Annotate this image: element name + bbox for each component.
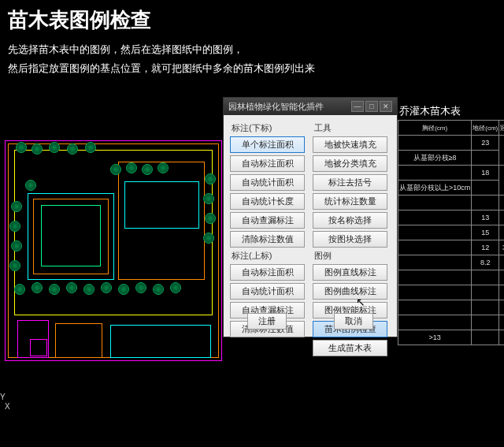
btn-auto-stat-area-2[interactable]: 自动统计面积	[230, 283, 305, 300]
plant-data-table[interactable]: 胸径(cm)地径(cm)冠幅(m)分枝点(m) 235.5<0.5 从基部分枝≥…	[398, 120, 504, 345]
group-label-bottom: 标注(下标)	[232, 122, 308, 134]
btn-ground-class-fill[interactable]: 地被分类填充	[313, 155, 387, 172]
btn-remove-bracket[interactable]: 标注去括号	[313, 174, 387, 191]
btn-legend-curve[interactable]: 图例曲线标注	[313, 283, 387, 300]
y-axis-label: Y	[0, 393, 6, 401]
btn-legend-line[interactable]: 图例直线标注	[313, 264, 387, 281]
group-label-legend: 图例	[314, 250, 391, 262]
subtitle-1: 先选择苗木表中的图例，然后在选择图纸中的图例，	[0, 40, 504, 59]
btn-register[interactable]: 注册	[247, 313, 287, 330]
btn-auto-stat-len[interactable]: 自动统计长度	[230, 193, 305, 210]
btn-select-by-block[interactable]: 按图块选择	[313, 231, 387, 248]
group-label-top: 标注(上标)	[232, 250, 308, 262]
page-title: 苗木表图例检查	[0, 0, 504, 40]
btn-generate-table[interactable]: 生成苗木表	[313, 340, 387, 356]
btn-auto-area-2[interactable]: 自动标注面积	[230, 264, 305, 281]
btn-ground-fast-fill[interactable]: 地被快速填充	[313, 136, 387, 153]
group-label-tools: 工具	[314, 122, 391, 134]
minimize-icon[interactable]: —	[351, 101, 364, 112]
x-axis-label: X	[5, 402, 10, 411]
btn-auto-check-miss[interactable]: 自动查漏标注	[230, 212, 305, 229]
btn-single-area[interactable]: 单个标注面积	[230, 136, 305, 153]
table-title: 乔灌木苗木表	[398, 102, 504, 120]
btn-select-by-name[interactable]: 按名称选择	[313, 212, 387, 229]
btn-clear-values[interactable]: 清除标注数值	[230, 231, 305, 248]
plugin-dialog: 园林植物绿化智能化插件 — □ ✕ 标注(下标) 单个标注面积 自动标注面积 自…	[223, 97, 398, 337]
close-icon[interactable]: ✕	[380, 101, 392, 112]
maximize-icon[interactable]: □	[365, 101, 378, 112]
dialog-titlebar[interactable]: 园林植物绿化智能化插件 — □ ✕	[224, 98, 397, 115]
btn-auto-stat-area[interactable]: 自动统计面积	[230, 174, 305, 191]
cad-drawing[interactable]	[0, 126, 236, 386]
dialog-title-text: 园林植物绿化智能化插件	[228, 101, 324, 113]
plant-table: 乔灌木苗木表 胸径(cm)地径(cm)冠幅(m)分枝点(m) 235.5<0.5…	[398, 102, 504, 371]
btn-auto-area[interactable]: 自动标注面积	[230, 155, 305, 172]
btn-stat-count[interactable]: 统计标注数量	[313, 193, 387, 210]
btn-cancel[interactable]: 取消	[334, 313, 373, 330]
subtitle-2: 然后指定放置图例的基点位置，就可把图纸中多余的苗木图例列出来	[0, 59, 504, 78]
